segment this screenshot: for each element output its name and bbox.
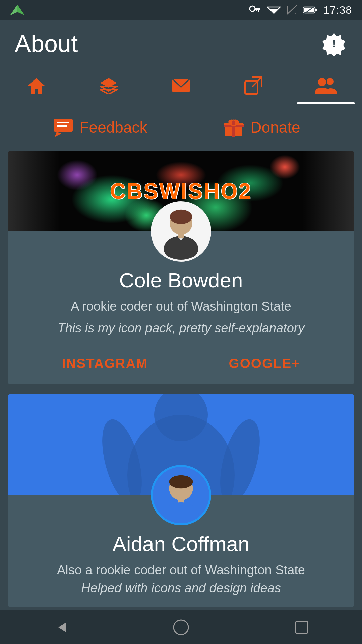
svg-point-23 — [318, 78, 326, 86]
tab-bar — [0, 67, 362, 104]
tab-launch[interactable] — [217, 67, 290, 104]
cole-avatar — [151, 201, 211, 262]
wifi-icon — [267, 5, 281, 15]
time-display: 17:38 — [323, 4, 352, 16]
launch-icon — [244, 76, 262, 95]
cole-card-content: Cole Bowden A rookie coder out of Washin… — [8, 262, 354, 384]
svg-marker-6 — [269, 9, 279, 13]
cole-bowden-card: CBSWISHO2 C — [8, 151, 354, 384]
aidan-avatar-container — [8, 465, 354, 525]
aidan-name: Aidan Coffman — [21, 532, 341, 556]
cole-googleplus-link[interactable]: GOOGLE+ — [229, 356, 300, 371]
svg-rect-5 — [256, 10, 257, 11]
mail-icon — [172, 78, 190, 93]
page-title: About — [15, 30, 78, 57]
tab-people[interactable] — [290, 67, 362, 104]
svg-line-9 — [287, 5, 297, 15]
svg-rect-55 — [296, 621, 308, 633]
app-bar: About ! — [0, 20, 362, 67]
tab-layers[interactable] — [72, 67, 145, 104]
donate-icon — [223, 118, 244, 137]
aidan-desc-italic: Helped with icons and design ideas — [21, 579, 341, 597]
svg-marker-26 — [55, 132, 61, 137]
tab-home[interactable] — [0, 67, 72, 104]
svg-rect-12 — [315, 9, 317, 11]
status-right: 17:38 — [249, 4, 352, 16]
aidan-avatar — [151, 465, 211, 525]
aidan-coffman-card: Aidan Coffman Also a rookie coder out of… — [8, 394, 354, 607]
back-icon — [52, 619, 68, 635]
nav-recents-button[interactable] — [275, 614, 328, 641]
donate-button[interactable]: Donate — [181, 118, 342, 137]
people-icon — [315, 77, 337, 94]
cole-name: Cole Bowden — [21, 268, 341, 292]
settings-badge-button[interactable]: ! — [320, 30, 347, 57]
cole-desc: A rookie coder out of Washington State — [21, 298, 341, 315]
cole-avatar-person — [153, 203, 209, 260]
donate-label: Donate — [250, 118, 300, 137]
svg-rect-51 — [178, 498, 184, 503]
action-row: Feedback Donate — [0, 104, 362, 151]
tab-mail[interactable] — [145, 67, 217, 104]
home-circle-icon — [172, 619, 190, 636]
svg-text:!: ! — [332, 37, 336, 49]
status-left — [10, 5, 25, 15]
aidan-card-content: Aidan Coffman Also a rookie coder out of… — [8, 525, 354, 607]
feedback-icon — [53, 118, 73, 137]
home-icon — [27, 77, 45, 94]
aidan-desc: Also a rookie coder out of Washington St… — [21, 561, 341, 579]
sim-icon — [287, 5, 297, 15]
status-bar: 17:38 — [0, 0, 362, 20]
cole-banner-text: CBSWISHO2 — [110, 179, 252, 204]
svg-rect-3 — [254, 8, 260, 10]
recents-icon — [294, 620, 309, 635]
aidan-avatar-person — [153, 466, 209, 523]
svg-point-50 — [169, 475, 193, 489]
feedback-button[interactable]: Feedback — [20, 118, 181, 137]
svg-point-39 — [170, 210, 192, 224]
nav-home-button[interactable] — [154, 614, 208, 641]
cole-avatar-container — [8, 201, 354, 262]
svg-point-24 — [327, 78, 334, 85]
svg-marker-53 — [58, 623, 66, 632]
cole-instagram-link[interactable]: INSTAGRAM — [62, 356, 148, 371]
svg-rect-31 — [232, 123, 235, 137]
svg-rect-4 — [258, 10, 259, 12]
feedback-label: Feedback — [79, 118, 147, 137]
main-content: Feedback Donate — [0, 104, 362, 644]
key-icon — [249, 5, 261, 15]
battery-icon — [303, 5, 317, 15]
settings-badge-icon: ! — [322, 32, 346, 56]
svg-rect-42 — [178, 232, 184, 238]
cole-desc-italic: This is my icon pack, pretty self-explan… — [21, 319, 341, 337]
svg-marker-1 — [10, 5, 17, 15]
svg-point-36 — [232, 121, 235, 124]
bottom-nav — [0, 610, 362, 644]
svg-point-2 — [250, 6, 255, 11]
nav-back-button[interactable] — [34, 614, 87, 641]
layers-icon — [100, 77, 118, 94]
send-icon — [10, 5, 25, 15]
cole-social-links: INSTAGRAM GOOGLE+ — [21, 351, 341, 371]
svg-point-54 — [174, 620, 188, 635]
svg-marker-16 — [28, 78, 45, 94]
